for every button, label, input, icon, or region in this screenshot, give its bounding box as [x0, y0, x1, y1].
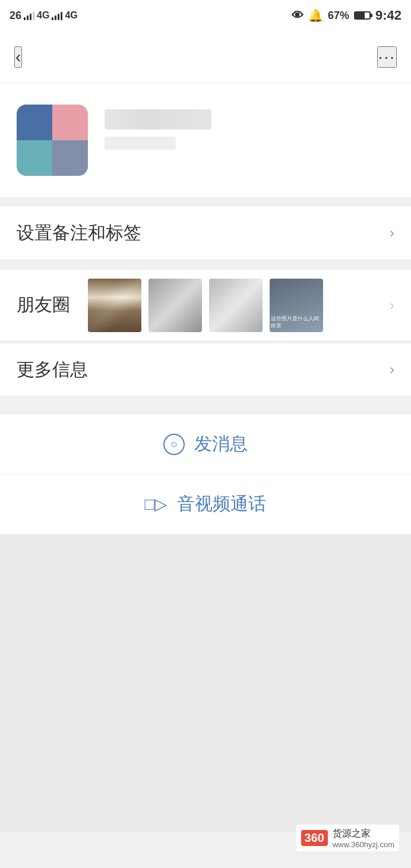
- status-bar: 26 4G 4G 👁 🔔 67% 9:42: [0, 0, 411, 31]
- signal-type-2: 4G: [65, 10, 77, 21]
- send-message-label: 发消息: [194, 432, 248, 456]
- wechat-id-blurred: [105, 137, 176, 150]
- watermark-title: 货源之家: [333, 827, 394, 840]
- battery-percent: 67%: [328, 10, 349, 22]
- profile-name-blurred: [105, 109, 211, 130]
- more-info-item[interactable]: 更多信息 ›: [0, 343, 411, 396]
- bottom-area: [0, 535, 411, 832]
- nav-bar: ‹ ···: [0, 31, 411, 83]
- signal-bars-1: [24, 11, 34, 20]
- more-info-section: 更多信息 ›: [0, 343, 411, 396]
- moments-section: 朋友圈 这些照片是什么人间疾苦 ›: [0, 270, 411, 341]
- message-icon: ○: [163, 434, 185, 455]
- profile-info: [105, 105, 394, 152]
- back-button[interactable]: ‹: [14, 46, 22, 68]
- moment-thumb-3: [209, 279, 263, 332]
- clock-time: 9:42: [375, 8, 401, 23]
- avatar-cell-3: [17, 140, 52, 176]
- alarm-icon: 🔔: [308, 8, 323, 23]
- eye-icon: 👁: [292, 9, 303, 23]
- signal-type-1: 4G: [37, 10, 49, 21]
- moment-thumb-1: [88, 279, 141, 332]
- send-message-button[interactable]: ○ 发消息: [0, 415, 411, 474]
- avatar-cell-1: [17, 105, 52, 140]
- moments-chevron-icon: ›: [390, 297, 394, 314]
- video-call-button[interactable]: □▷ 音视频通话: [0, 474, 411, 534]
- profile-wechat-id: [105, 137, 394, 152]
- moment-thumb-2: [148, 279, 202, 332]
- video-call-label: 音视频通话: [177, 492, 266, 516]
- action-section: ○ 发消息 □▷ 音视频通话: [0, 415, 411, 534]
- avatar-cell-4: [52, 140, 88, 176]
- moment-caption: 这些照片是什么人间疾苦: [271, 315, 322, 329]
- watermark-badge: 360: [301, 830, 328, 846]
- profile-name: [105, 109, 394, 130]
- avatar-cell-2: [52, 105, 88, 140]
- more-info-label: 更多信息: [17, 358, 88, 382]
- battery-icon: [354, 11, 371, 20]
- divider-3: [0, 405, 411, 415]
- moments-row[interactable]: 朋友圈 这些照片是什么人间疾苦 ›: [0, 270, 411, 341]
- notes-tags-chevron-icon: ›: [390, 225, 394, 241]
- more-info-chevron-icon: ›: [390, 361, 394, 378]
- profile-section: [0, 83, 411, 197]
- notes-tags-section: 设置备注和标签 ›: [0, 207, 411, 259]
- status-time-left: 26: [10, 10, 21, 22]
- moments-label: 朋友圈: [17, 293, 76, 317]
- signal-bars-2: [52, 11, 62, 20]
- status-left: 26 4G 4G: [10, 10, 78, 22]
- divider-1: [0, 260, 411, 270]
- moment-thumb-4: 这些照片是什么人间疾苦: [270, 279, 323, 332]
- moments-images: 这些照片是什么人间疾苦: [88, 279, 378, 332]
- status-right: 👁 🔔 67% 9:42: [292, 8, 401, 23]
- watermark-info: 货源之家 www.360hyzj.com: [333, 827, 394, 849]
- video-call-icon: □▷: [145, 494, 168, 514]
- watermark-url: www.360hyzj.com: [333, 840, 394, 849]
- watermark: 360 货源之家 www.360hyzj.com: [296, 825, 399, 851]
- more-button[interactable]: ···: [377, 46, 397, 68]
- avatar: [17, 105, 88, 176]
- notes-tags-item[interactable]: 设置备注和标签 ›: [0, 207, 411, 259]
- notes-tags-label: 设置备注和标签: [17, 221, 141, 245]
